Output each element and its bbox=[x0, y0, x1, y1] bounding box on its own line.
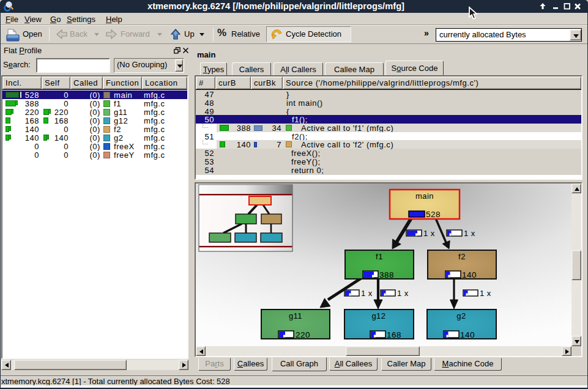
svg-text:1 x: 1 x bbox=[464, 229, 475, 238]
svg-text:528: 528 bbox=[426, 210, 441, 219]
svg-text:140: 140 bbox=[462, 270, 477, 280]
svg-text:1 x: 1 x bbox=[423, 229, 435, 238]
svg-text:1 x: 1 x bbox=[397, 289, 409, 298]
svg-text:g12: g12 bbox=[371, 311, 385, 320]
svg-text:main: main bbox=[415, 191, 434, 201]
svg-text:388: 388 bbox=[379, 270, 394, 280]
svg-text:1 x: 1 x bbox=[480, 289, 491, 298]
svg-text:1 x: 1 x bbox=[361, 289, 373, 298]
svg-text:f1: f1 bbox=[376, 252, 383, 261]
svg-text:f2: f2 bbox=[458, 252, 466, 261]
svg-text:168: 168 bbox=[387, 330, 401, 339]
svg-text:g11: g11 bbox=[289, 311, 302, 320]
svg-text:220: 220 bbox=[296, 330, 310, 339]
svg-text:g2: g2 bbox=[456, 311, 466, 320]
svg-text:140: 140 bbox=[460, 330, 475, 339]
